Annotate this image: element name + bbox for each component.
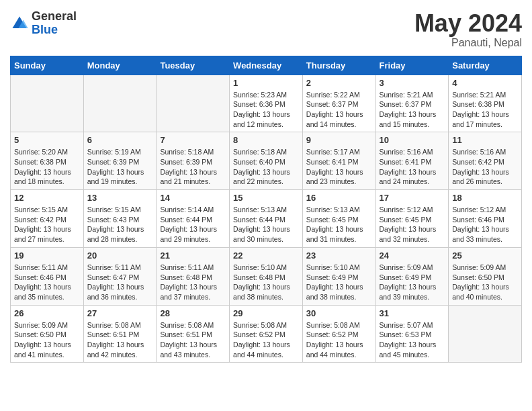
day-number: 1 [233,78,299,88]
day-info: Sunrise: 5:18 AMSunset: 6:40 PMDaylight:… [233,147,299,187]
calendar-week-row: 1Sunrise: 5:23 AMSunset: 6:36 PMDaylight… [11,75,522,132]
day-number: 4 [452,78,518,88]
calendar-cell: 10Sunrise: 5:16 AMSunset: 6:41 PMDayligh… [375,132,449,190]
calendar-cell: 22Sunrise: 5:10 AMSunset: 6:48 PMDayligh… [230,247,303,305]
day-number: 3 [380,78,445,88]
day-info: Sunrise: 5:12 AMSunset: 6:45 PMDaylight:… [380,205,445,244]
day-number: 25 [452,250,518,261]
day-number: 10 [380,135,445,145]
day-of-week-header: Tuesday [157,56,230,75]
day-info: Sunrise: 5:22 AMSunset: 6:37 PMDaylight:… [306,90,372,130]
logo-blue-text: Blue [32,23,58,36]
day-info: Sunrise: 5:16 AMSunset: 6:42 PMDaylight:… [452,147,518,187]
calendar-cell: 24Sunrise: 5:09 AMSunset: 6:49 PMDayligh… [375,247,449,305]
day-number: 5 [14,135,80,145]
calendar-cell: 15Sunrise: 5:13 AMSunset: 6:44 PMDayligh… [230,190,303,248]
day-info: Sunrise: 5:19 AMSunset: 6:39 PMDaylight:… [87,147,153,187]
day-of-week-header: Monday [83,56,157,75]
day-number: 6 [87,135,153,145]
day-number: 11 [452,135,518,145]
calendar-cell: 8Sunrise: 5:18 AMSunset: 6:40 PMDaylight… [230,132,303,190]
calendar-cell: 6Sunrise: 5:19 AMSunset: 6:39 PMDaylight… [83,132,157,190]
calendar-cell: 2Sunrise: 5:22 AMSunset: 6:37 PMDaylight… [302,75,375,132]
day-number: 27 [87,308,153,318]
calendar-cell: 14Sunrise: 5:14 AMSunset: 6:44 PMDayligh… [157,190,230,248]
day-number: 2 [306,78,372,88]
calendar-cell: 28Sunrise: 5:08 AMSunset: 6:51 PMDayligh… [157,305,230,363]
day-info: Sunrise: 5:15 AMSunset: 6:42 PMDaylight:… [14,205,80,244]
day-info: Sunrise: 5:12 AMSunset: 6:46 PMDaylight:… [452,205,518,244]
day-number: 28 [160,308,226,318]
calendar-cell: 30Sunrise: 5:08 AMSunset: 6:52 PMDayligh… [302,305,375,363]
calendar-cell: 4Sunrise: 5:21 AMSunset: 6:38 PMDaylight… [449,75,522,132]
calendar-cell: 23Sunrise: 5:10 AMSunset: 6:49 PMDayligh… [302,247,375,305]
day-number: 26 [14,308,80,318]
day-number: 20 [87,250,153,261]
day-info: Sunrise: 5:16 AMSunset: 6:41 PMDaylight:… [380,147,445,187]
day-info: Sunrise: 5:17 AMSunset: 6:41 PMDaylight:… [306,147,372,187]
calendar-week-row: 12Sunrise: 5:15 AMSunset: 6:42 PMDayligh… [11,190,522,248]
calendar-cell: 18Sunrise: 5:12 AMSunset: 6:46 PMDayligh… [449,190,522,248]
calendar-cell: 25Sunrise: 5:09 AMSunset: 6:50 PMDayligh… [449,247,522,305]
calendar-cell [11,75,84,132]
day-of-week-header: Friday [375,56,449,75]
day-info: Sunrise: 5:15 AMSunset: 6:43 PMDaylight:… [87,205,153,244]
day-number: 8 [233,135,299,145]
calendar-cell [83,75,157,132]
month-title: May 2024 [414,10,522,37]
calendar-cell: 17Sunrise: 5:12 AMSunset: 6:45 PMDayligh… [375,190,449,248]
calendar-table: SundayMondayTuesdayWednesdayThursdayFrid… [10,56,522,363]
day-of-week-header: Wednesday [230,56,303,75]
day-number: 24 [380,250,445,261]
day-number: 23 [306,250,372,261]
day-number: 30 [306,308,372,318]
day-info: Sunrise: 5:10 AMSunset: 6:48 PMDaylight:… [233,263,299,302]
calendar-cell [449,305,522,363]
calendar-cell: 3Sunrise: 5:21 AMSunset: 6:37 PMDaylight… [375,75,449,132]
day-info: Sunrise: 5:08 AMSunset: 6:51 PMDaylight:… [87,320,153,360]
day-number: 14 [160,193,226,203]
calendar-cell [157,75,230,132]
day-info: Sunrise: 5:09 AMSunset: 6:50 PMDaylight:… [14,320,80,360]
title-block: May 2024 Panauti, Nepal [414,10,522,49]
day-number: 15 [233,193,299,203]
day-info: Sunrise: 5:21 AMSunset: 6:38 PMDaylight:… [452,90,518,130]
calendar-cell: 21Sunrise: 5:11 AMSunset: 6:48 PMDayligh… [157,247,230,305]
day-number: 22 [233,250,299,261]
logo-general-text: General [32,9,77,23]
day-info: Sunrise: 5:21 AMSunset: 6:37 PMDaylight:… [380,90,445,130]
calendar-cell: 16Sunrise: 5:13 AMSunset: 6:45 PMDayligh… [302,190,375,248]
calendar-cell: 7Sunrise: 5:18 AMSunset: 6:39 PMDaylight… [157,132,230,190]
day-of-week-header: Saturday [449,56,522,75]
calendar-header-row: SundayMondayTuesdayWednesdayThursdayFrid… [11,56,522,75]
calendar-cell: 19Sunrise: 5:11 AMSunset: 6:46 PMDayligh… [11,247,84,305]
day-info: Sunrise: 5:20 AMSunset: 6:38 PMDaylight:… [14,147,80,187]
day-info: Sunrise: 5:13 AMSunset: 6:44 PMDaylight:… [233,205,299,244]
day-number: 9 [306,135,372,145]
day-of-week-header: Sunday [11,56,84,75]
calendar-week-row: 5Sunrise: 5:20 AMSunset: 6:38 PMDaylight… [11,132,522,190]
day-info: Sunrise: 5:11 AMSunset: 6:48 PMDaylight:… [160,263,226,302]
calendar-cell: 26Sunrise: 5:09 AMSunset: 6:50 PMDayligh… [11,305,84,363]
day-info: Sunrise: 5:09 AMSunset: 6:49 PMDaylight:… [380,263,445,302]
calendar-cell: 9Sunrise: 5:17 AMSunset: 6:41 PMDaylight… [302,132,375,190]
day-info: Sunrise: 5:09 AMSunset: 6:50 PMDaylight:… [452,263,518,302]
day-info: Sunrise: 5:11 AMSunset: 6:47 PMDaylight:… [87,263,153,302]
page-header: General Blue May 2024 Panauti, Nepal [10,10,522,49]
day-info: Sunrise: 5:18 AMSunset: 6:39 PMDaylight:… [160,147,226,187]
calendar-cell: 5Sunrise: 5:20 AMSunset: 6:38 PMDaylight… [11,132,84,190]
day-info: Sunrise: 5:23 AMSunset: 6:36 PMDaylight:… [233,90,299,130]
day-info: Sunrise: 5:08 AMSunset: 6:51 PMDaylight:… [160,320,226,360]
day-info: Sunrise: 5:13 AMSunset: 6:45 PMDaylight:… [306,205,372,244]
calendar-week-row: 19Sunrise: 5:11 AMSunset: 6:46 PMDayligh… [11,247,522,305]
calendar-cell: 31Sunrise: 5:07 AMSunset: 6:53 PMDayligh… [375,305,449,363]
day-number: 13 [87,193,153,203]
calendar-week-row: 26Sunrise: 5:09 AMSunset: 6:50 PMDayligh… [11,305,522,363]
day-number: 18 [452,193,518,203]
day-number: 17 [380,193,445,203]
calendar-cell: 13Sunrise: 5:15 AMSunset: 6:43 PMDayligh… [83,190,157,248]
logo: General Blue [10,10,77,37]
day-of-week-header: Thursday [302,56,375,75]
location: Panauti, Nepal [414,37,522,49]
day-number: 29 [233,308,299,318]
